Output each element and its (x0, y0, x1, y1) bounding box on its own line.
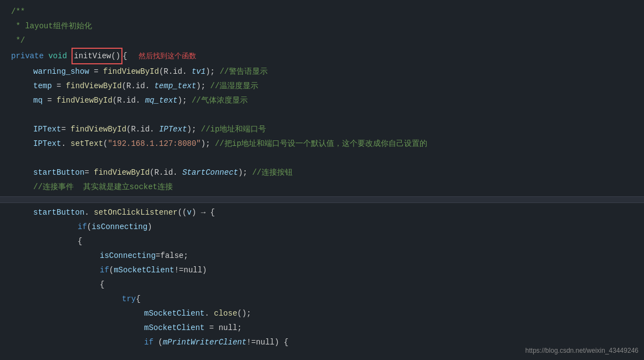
code-line-temp: temp = findViewById (R.id. temp_text ); … (11, 79, 633, 93)
code-line-close: mSocketClient . close (); (11, 306, 633, 321)
code-editor: /** * layout组件初始化 */ private void initVi… (0, 0, 644, 360)
code-line-startbutton-find: startButton = findViewById (R.id. StartC… (11, 165, 633, 180)
annotation-label: 然后找到这个函数 (139, 49, 196, 63)
code-line-if-socketclient: if ( mSocketClient !=null) (11, 263, 633, 277)
code-line-brace-open: { (11, 234, 633, 249)
initview-highlight: initView() (71, 48, 122, 64)
comment-line-1: /** (11, 4, 633, 19)
code-line-if-connecting: if ( isConnecting ) (11, 220, 633, 234)
code-line-warning-show: warning_show = findViewById (R.id. tv1 )… (11, 64, 633, 79)
code-line-iptext-set: IPText . setText ( "192.168.1.127:8080" … (11, 136, 633, 151)
code-line-mq: mq = findViewById (R.id. mq_text ); //气体… (11, 93, 633, 108)
code-line-onclick: startButton . setOnClickListener (( v ) … (11, 205, 633, 220)
watermark: https://blog.csdn.net/weixin_43449246 (525, 347, 638, 354)
blank-line-1 (11, 108, 633, 122)
code-block-bottom: startButton . setOnClickListener (( v ) … (0, 205, 644, 349)
code-line-try: try { (11, 292, 633, 306)
comment-line-3: */ (11, 33, 633, 48)
function-signature-line: private void initView() { 然后找到这个函数 (11, 48, 633, 64)
code-line-brace-open-2: { (11, 277, 633, 292)
code-line-comment: //连接事件 其实就是建立socket连接 (11, 180, 633, 194)
section-divider (0, 196, 644, 203)
comment-line-2: * layout组件初始化 (11, 19, 633, 33)
code-block-top: /** * layout组件初始化 */ private void initVi… (0, 4, 644, 194)
code-line-null: mSocketClient = null; (11, 321, 633, 335)
code-line-isconnecting-false: isConnecting =false; (11, 249, 633, 263)
blank-line-2 (11, 151, 633, 165)
code-line-iptext-find: IPText = findViewById (R.id. IPText ); /… (11, 122, 633, 136)
